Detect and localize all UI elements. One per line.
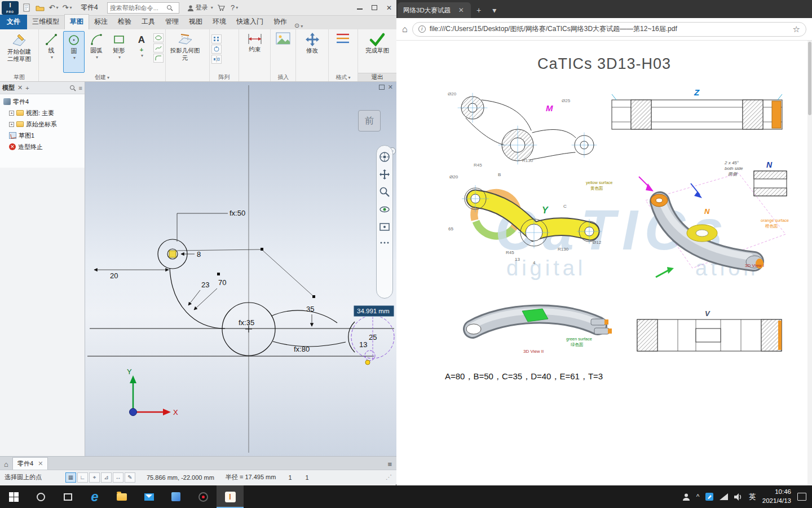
action-center-icon[interactable]	[797, 493, 806, 501]
login-button[interactable]: 登录	[187, 3, 213, 12]
pdf-scrollbar[interactable]	[807, 41, 812, 485]
ortho-icon[interactable]: ∟	[77, 472, 88, 483]
start-2d-sketch-button[interactable]: 开始创建二维草图	[2, 31, 37, 73]
mail-app-button[interactable]	[135, 485, 162, 508]
group-label-format[interactable]: 格式	[329, 73, 358, 81]
tab-close-icon[interactable]: ✕	[458, 6, 464, 14]
spline-tool-icon[interactable]	[153, 43, 164, 52]
tab-3d-model[interactable]: 三维模型	[27, 15, 64, 29]
document-tab-close-icon[interactable]: ✕	[38, 460, 43, 467]
finish-sketch-button[interactable]: 完成草图	[360, 31, 395, 73]
redo-icon[interactable]: ↷	[61, 2, 73, 14]
recorder-app-button[interactable]	[189, 485, 217, 508]
favorite-star-icon[interactable]: ☆	[793, 24, 800, 34]
constraint-toggle-icon[interactable]: ⊿	[101, 472, 112, 483]
search-icon[interactable]	[166, 5, 173, 11]
maximize-button[interactable]	[367, 2, 382, 14]
sketch-viewport[interactable]: ✕ 前 −	[85, 82, 396, 456]
expand-icon[interactable]: +	[9, 122, 14, 127]
help-search-input[interactable]	[110, 5, 166, 11]
circle-tool-button[interactable]: 圆	[63, 31, 85, 73]
new-tab-icon[interactable]: +	[471, 6, 487, 18]
language-indicator[interactable]: 英	[749, 492, 756, 502]
cart-icon[interactable]	[215, 2, 227, 14]
tab-tools[interactable]: 工具	[136, 15, 160, 29]
dimension-fx35[interactable]: fx:35	[239, 318, 254, 327]
task-view-button[interactable]	[54, 485, 81, 508]
people-tray-icon[interactable]	[682, 493, 690, 501]
move-button[interactable]: 修改	[298, 31, 326, 73]
projected-point[interactable]	[169, 251, 176, 257]
new-file-icon[interactable]	[21, 2, 32, 14]
dimension-constraint-button[interactable]: 约束	[241, 31, 268, 73]
rectangular-pattern-icon[interactable]	[211, 34, 222, 43]
panel-menu-icon[interactable]: ≡	[79, 85, 82, 91]
point-tool-icon[interactable]: +	[140, 46, 143, 53]
exit-button[interactable]: 退出	[358, 73, 396, 81]
fillet-tool-icon[interactable]	[153, 54, 164, 63]
pdf-viewer[interactable]: CaTICs 3D13-H03 CaTICs digital ation	[396, 41, 812, 485]
dimension-fx80[interactable]: fx:80	[294, 345, 310, 353]
tree-item-origin[interactable]: + 原始坐标系	[0, 119, 85, 130]
browser-home-icon[interactable]: ⌂	[402, 24, 408, 34]
sketch-dimensions[interactable]: fx:50 8 20 23 70 fx:35 35 fx:80 13 25	[94, 209, 377, 353]
dynamic-dim-icon[interactable]: ↔	[113, 472, 123, 483]
undo-icon[interactable]: ↶	[48, 2, 59, 14]
project-geometry-button[interactable]: 投影几何图元	[167, 31, 202, 73]
ribbon-options-icon[interactable]: ⊙	[294, 22, 303, 29]
dimension-35[interactable]: 35	[306, 305, 314, 313]
url-input[interactable]	[430, 25, 789, 33]
precise-input-icon[interactable]: ✎	[125, 472, 135, 483]
tab-get-started[interactable]: 快速入门	[231, 15, 268, 29]
address-bar[interactable]: i ☆	[412, 22, 806, 37]
line-tool-button[interactable]: 线	[41, 31, 62, 73]
dimension-13[interactable]: 13	[359, 340, 367, 349]
dimension-23[interactable]: 23	[201, 281, 209, 289]
page-info-icon[interactable]: i	[418, 25, 426, 33]
document-tab-menu-icon[interactable]: ≡	[387, 460, 392, 470]
tab-sketch[interactable]: 草图	[64, 14, 89, 29]
tab-inspect[interactable]: 检验	[113, 15, 136, 29]
dimension-20[interactable]: 20	[110, 271, 118, 280]
snap-point[interactable]	[365, 360, 370, 365]
inventor-app-badge-icon[interactable]: IPRO	[2, 1, 19, 15]
tree-item-views[interactable]: + 视图: 主要	[0, 107, 85, 119]
panel-search-icon[interactable]	[69, 85, 76, 91]
tab-collaborate[interactable]: 协作	[268, 15, 292, 29]
tab-file[interactable]: 文件	[0, 15, 27, 29]
tree-item-sketch1[interactable]: 草图1	[0, 130, 85, 141]
snap-settings-icon[interactable]: ⌖	[89, 472, 100, 483]
status-more-icon[interactable]: ⋰	[386, 474, 392, 481]
dimension-25[interactable]: 25	[369, 333, 377, 341]
pdf-scrollbar-thumb[interactable]	[808, 42, 811, 115]
inventor-taskbar-button[interactable]: I	[217, 485, 244, 508]
tab-list-chevron-icon[interactable]: ▾	[487, 6, 502, 18]
expand-icon[interactable]: +	[9, 111, 14, 116]
help-search-box[interactable]	[107, 2, 179, 14]
cortana-search-button[interactable]	[27, 485, 54, 508]
minimize-button[interactable]	[352, 2, 367, 14]
text-tool-button[interactable]: A +	[131, 31, 152, 73]
ime-pen-icon[interactable]	[705, 493, 713, 501]
taskbar-clock[interactable]: 10:46 2021/4/13	[762, 488, 791, 505]
start-button[interactable]	[0, 485, 27, 508]
tray-expand-chevron-icon[interactable]: ^	[696, 493, 700, 501]
format-button[interactable]	[330, 31, 355, 73]
open-file-icon[interactable]	[34, 2, 46, 14]
dimension-70[interactable]: 70	[218, 278, 226, 287]
ellipse-tool-icon[interactable]	[153, 33, 164, 42]
grid-snap-icon[interactable]: ▦	[65, 472, 76, 483]
tooltip-value[interactable]: 34.991 mm	[357, 308, 390, 314]
panel-add-icon[interactable]: +	[25, 85, 29, 91]
dimension-edit-tooltip[interactable]: 34.991 mm	[354, 305, 394, 317]
dimension-fx50[interactable]: fx:50	[230, 209, 245, 217]
home-icon[interactable]: ⌂	[0, 460, 12, 470]
mirror-icon[interactable]	[211, 55, 222, 64]
document-tab[interactable]: 零件4 ✕	[12, 457, 48, 470]
rectangle-tool-button[interactable]: 矩形	[108, 31, 130, 73]
close-button[interactable]: ✕	[382, 2, 396, 14]
dimension-8[interactable]: 8	[197, 250, 201, 259]
panel-close-icon[interactable]: ✕	[17, 84, 23, 91]
tab-view[interactable]: 视图	[184, 15, 208, 29]
circular-pattern-icon[interactable]	[211, 45, 222, 54]
